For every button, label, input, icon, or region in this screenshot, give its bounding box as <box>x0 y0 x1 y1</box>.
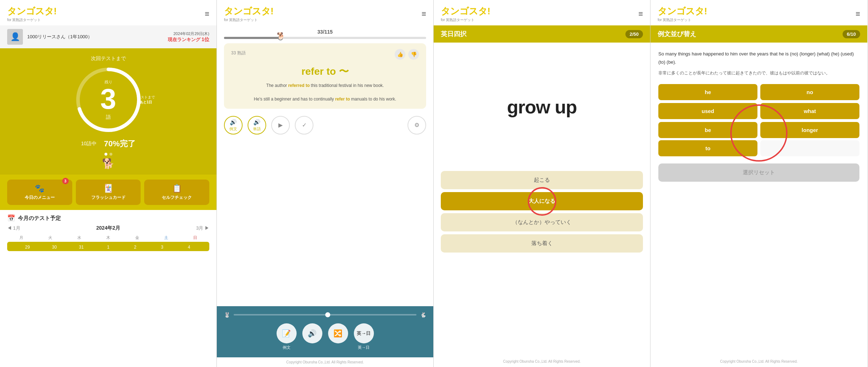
app-title-block-2: タンゴスタ! for 英熟語ターゲット <box>224 5 273 23</box>
audio-progress-bar[interactable] <box>234 314 416 315</box>
panel-flashcard: タンゴスタ! for 英熟語ターゲット ≡ 33/115 🐕 33 熟語 👍 👎… <box>217 0 434 367</box>
quiz-header: 英日四択 2/50 <box>434 25 650 43</box>
test-days-label: テストまで あと1日 <box>137 95 155 105</box>
track-end-icon: 🐇 <box>420 312 426 318</box>
choice-1[interactable]: 大人になる <box>441 192 643 210</box>
cal-31[interactable]: 31 <box>68 243 94 251</box>
pct-label: 70%完了 <box>104 138 135 149</box>
panel2-footer: Copyright Obunsha Co.,Ltd. All Rights Re… <box>217 357 433 367</box>
dot-1[interactable] <box>104 153 107 156</box>
rank-block: 2024年02月29日(木) 現在ランキング 1位 <box>168 31 209 43</box>
card-num: 33 熟語 <box>231 50 246 56</box>
menu-button[interactable]: 3 🐾 今日のメニュー <box>7 180 72 205</box>
prev-month[interactable]: ◀ 1月 <box>7 225 20 231</box>
gear-btn[interactable]: ⚙ <box>408 116 426 134</box>
audio-translate-btn[interactable]: 英→日 英→日 <box>354 323 374 350</box>
calendar-row-1: 29 30 31 1 2 3 4 <box>7 242 209 251</box>
cal-30[interactable]: 30 <box>41 243 67 251</box>
hamburger-menu-1[interactable]: ≡ <box>205 9 209 19</box>
cal-3[interactable]: 3 <box>149 243 175 251</box>
progress-row: 10語中 70%完了 <box>81 138 135 149</box>
cal-head-tue: 火 <box>36 234 64 242</box>
word-bank: he no used what be longer <box>650 80 867 142</box>
app-title-2: タンゴスタ! <box>224 5 273 18</box>
vocab-word: refer to 〜 <box>231 60 419 82</box>
example-audio-icon: 🔊 <box>230 119 237 126</box>
choice-0[interactable]: 起こる <box>441 171 643 189</box>
tile-be[interactable]: be <box>658 122 757 138</box>
tile-used[interactable]: used <box>658 103 757 119</box>
progress-bar-container: 33/115 🐕 <box>217 25 433 40</box>
app-subtitle-1: for 英熟語ターゲット <box>7 18 57 23</box>
highlight-1: referred to <box>288 83 309 88</box>
check-btn[interactable]: ✓ <box>295 116 313 134</box>
play-btn[interactable]: ▶ <box>271 116 290 134</box>
audio-translate-circle: 英→日 <box>354 323 374 343</box>
quiz-count: 2/50 <box>625 30 643 38</box>
dog-animation: 🐕 <box>277 32 285 40</box>
hamburger-menu-2[interactable]: ≡ <box>421 9 426 19</box>
example-audio-btn[interactable]: 🔊 例文 <box>224 116 243 134</box>
self-check-button[interactable]: 📋 セルフチェック <box>144 180 209 205</box>
tile-longer[interactable]: longer <box>760 122 859 138</box>
example-2: He's still a beginner and has to continu… <box>231 96 419 103</box>
example-1: The author referred to this traditional … <box>231 82 419 89</box>
thumbs-up-btn[interactable]: 👍 <box>395 49 405 60</box>
word-audio-btn[interactable]: 🔊 単語 <box>248 116 266 134</box>
choice-3[interactable]: 落ち着く <box>441 234 643 253</box>
play-icon: ▶ <box>278 122 283 128</box>
tile-empty[interactable] <box>760 140 859 156</box>
quiz-title: 英日四択 <box>441 30 467 38</box>
cal-head-sun: 日 <box>181 234 209 242</box>
dog-decoration: 🐕 <box>102 158 114 170</box>
track-start-icon: 🐰 <box>224 312 230 318</box>
reset-button[interactable]: 選択リセット <box>658 163 859 182</box>
audio-shuffle-circle: 🔀 <box>328 323 348 343</box>
audio-example-btn[interactable]: 📝 例文 <box>277 323 297 350</box>
hamburger-menu-3[interactable]: ≡ <box>638 9 643 19</box>
app-subtitle-4: for 英熟語ターゲット <box>658 18 707 23</box>
p3-spacer <box>434 256 650 356</box>
avatar: 👤 <box>7 29 23 45</box>
tile-to[interactable]: to <box>658 140 757 156</box>
menu-icon: 🐾 <box>35 184 44 193</box>
thumbs-down-btn[interactable]: 👎 <box>408 49 419 60</box>
carousel-dots <box>104 153 112 156</box>
highlight-2: refer to <box>335 97 350 102</box>
panel4-header: タンゴスタ! for 英熟語ターゲット ≡ <box>650 0 867 25</box>
panel4-footer: Copyright Obunsha Co.,Ltd. All Rights Re… <box>650 356 867 367</box>
audio-sound-btn[interactable]: 🔊 <box>302 323 322 350</box>
section-title-text: 今月のテスト予定 <box>18 215 61 222</box>
tile-no[interactable]: no <box>760 84 859 100</box>
cal-29[interactable]: 29 <box>14 243 40 251</box>
example-audio-label: 例文 <box>229 126 237 132</box>
current-month: 2024年2月 <box>96 225 120 231</box>
tile-he[interactable]: he <box>658 84 757 100</box>
calendar-header: 月 火 水 木 金 土 日 <box>0 234 216 242</box>
vocab-card: 33 熟語 👍 👎 refer to 〜 The author referred… <box>224 43 426 109</box>
flash-button[interactable]: 🃏 フラッシュカード <box>76 180 141 205</box>
cal-1[interactable]: 1 <box>95 243 121 251</box>
gear-icon: ⚙ <box>414 122 419 128</box>
cal-2[interactable]: 2 <box>122 243 148 251</box>
audio-shuffle-btn[interactable]: 🔀 <box>328 323 348 350</box>
cal-4[interactable]: 4 <box>176 243 202 251</box>
tile-what[interactable]: what <box>760 103 859 119</box>
section-title: 📅 今月のテスト予定 <box>0 210 216 225</box>
app-title-4: タンゴスタ! <box>658 5 707 18</box>
next-month[interactable]: 3月 ▶ <box>196 225 209 231</box>
choice-2[interactable]: （なんとか）やっていく <box>441 213 643 231</box>
audio-example-label: 例文 <box>283 345 291 350</box>
hamburger-menu-4[interactable]: ≡ <box>855 9 860 19</box>
dot-2[interactable] <box>109 153 112 156</box>
cal-head-mon: 月 <box>7 234 35 242</box>
word-audio-icon: 🔊 <box>253 119 260 126</box>
app-title-3: タンゴスタ! <box>441 5 490 18</box>
cal-head-sat: 土 <box>152 234 180 242</box>
arrange-quiz-count: 6/10 <box>843 30 860 38</box>
circle-content: 残り 3 語 <box>100 79 116 121</box>
progress-track: 🐕 <box>224 37 426 39</box>
menu-label: 今日のメニュー <box>25 195 55 201</box>
word-bank-bottom: to <box>650 140 867 160</box>
username: 1000リリースさん（1年1000） <box>27 34 164 40</box>
